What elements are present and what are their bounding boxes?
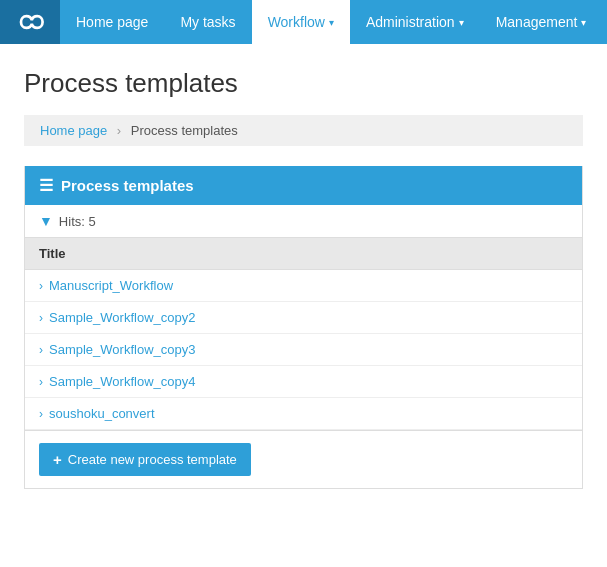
breadcrumb-separator: › (117, 123, 121, 138)
list-icon: ☰ (39, 176, 53, 195)
filter-hits: Hits: 5 (59, 214, 96, 229)
row-link[interactable]: Sample_Workflow_copy2 (49, 310, 195, 325)
nav-administration[interactable]: Administration ▾ (350, 0, 480, 44)
nav-administration-label: Administration (366, 14, 455, 30)
workflow-caret-icon: ▾ (329, 17, 334, 28)
nav-my-tasks[interactable]: My tasks (164, 0, 251, 44)
row-link[interactable]: Sample_Workflow_copy4 (49, 374, 195, 389)
row-link[interactable]: Manuscript_Workflow (49, 278, 173, 293)
row-expand-icon[interactable]: › (39, 279, 43, 293)
nav-home-page-label: Home page (76, 14, 148, 30)
panel-footer: + Create new process template (25, 430, 582, 488)
management-caret-icon: ▾ (581, 17, 586, 28)
page-content: Process templates Home page › Process te… (0, 44, 607, 513)
list-item: › Manuscript_Workflow (25, 270, 582, 302)
nav-management[interactable]: Management ▾ (480, 0, 603, 44)
breadcrumb-home-link[interactable]: Home page (40, 123, 107, 138)
list-item: › soushoku_convert (25, 398, 582, 430)
nav-workflow[interactable]: Workflow ▾ (252, 0, 350, 44)
create-button-label: Create new process template (68, 452, 237, 467)
plus-icon: + (53, 451, 62, 468)
title-column-header: Title (39, 246, 66, 261)
row-expand-icon[interactable]: › (39, 311, 43, 325)
list-item: › Sample_Workflow_copy4 (25, 366, 582, 398)
table-header: Title (25, 238, 582, 270)
administration-caret-icon: ▾ (459, 17, 464, 28)
filter-icon: ▼ (39, 213, 53, 229)
create-new-process-template-button[interactable]: + Create new process template (39, 443, 251, 476)
nav-management-label: Management (496, 14, 578, 30)
breadcrumb-current: Process templates (131, 123, 238, 138)
nav-workflow-label: Workflow (268, 14, 325, 30)
breadcrumb: Home page › Process templates (24, 115, 583, 146)
nav-my-tasks-label: My tasks (180, 14, 235, 30)
list-item: › Sample_Workflow_copy2 (25, 302, 582, 334)
row-link[interactable]: Sample_Workflow_copy3 (49, 342, 195, 357)
row-expand-icon[interactable]: › (39, 375, 43, 389)
row-expand-icon[interactable]: › (39, 343, 43, 357)
filter-row: ▼ Hits: 5 (25, 205, 582, 238)
row-expand-icon[interactable]: › (39, 407, 43, 421)
panel-header-title: Process templates (61, 177, 194, 194)
navbar: Home page My tasks Workflow ▾ Administra… (0, 0, 607, 44)
nav-home-page[interactable]: Home page (60, 0, 164, 44)
process-templates-panel: ☰ Process templates ▼ Hits: 5 Title › Ma… (24, 166, 583, 489)
panel-header: ☰ Process templates (25, 166, 582, 205)
list-item: › Sample_Workflow_copy3 (25, 334, 582, 366)
page-title: Process templates (24, 68, 583, 99)
row-link[interactable]: soushoku_convert (49, 406, 155, 421)
app-logo (0, 0, 60, 44)
